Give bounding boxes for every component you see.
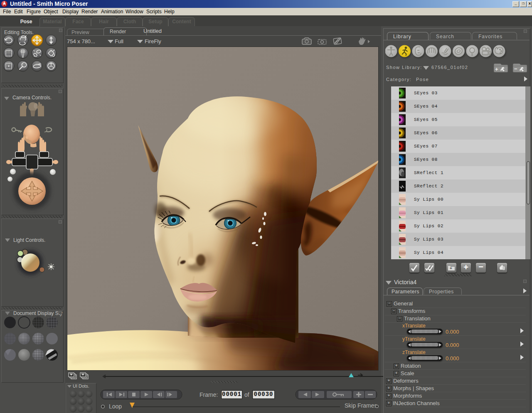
svg-text:+: + — [495, 66, 498, 72]
svg-text:−: − — [514, 66, 517, 72]
svg-text:+: + — [450, 266, 452, 270]
